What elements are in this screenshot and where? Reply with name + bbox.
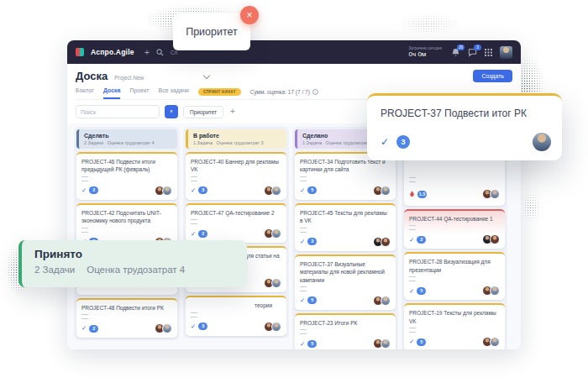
assignee-avatars	[485, 286, 500, 296]
tab-Проект[interactable]: Проект	[129, 87, 149, 99]
assignee-avatars	[485, 189, 500, 199]
estimate-badge: 2	[89, 325, 98, 333]
task-card[interactable]: PROJECT-48 Подвести итоги РК ✓ 2	[76, 298, 177, 338]
board-column: В работе 1 Задача Оценка трудозатрат 3 P…	[183, 127, 289, 338]
close-icon[interactable]: ×	[240, 6, 259, 24]
priority-filter-chip[interactable]: Приоритет	[183, 106, 223, 118]
estimate-badge: 2	[417, 236, 426, 244]
assignee-avatars	[266, 186, 281, 196]
assignee-avatar	[533, 133, 551, 151]
estimate-badge: 5	[417, 338, 426, 346]
column-header: Сделать 2 Задачи Оценка трудозатрат 4	[76, 129, 177, 149]
assignee-avatars	[375, 296, 391, 306]
task-card[interactable]: PROJECT-19 Тексты для рекламы VK ✓ 5	[404, 303, 505, 349]
avatar	[490, 286, 500, 296]
bell-badge: 26	[457, 45, 465, 50]
task-title: теории	[191, 302, 281, 309]
task-title: PROJECT-45 Тексты для рекламы в VK	[300, 209, 391, 225]
task-card[interactable]: PROJECT-47 QA-тестирование 2 ✓ 2	[186, 203, 286, 243]
estimate-badge: 3	[198, 186, 207, 194]
description-icon	[191, 312, 197, 317]
assignee-avatars	[375, 338, 391, 349]
accepted-column-callout: Принято 2 Задачи Оценка трудозатрат 4	[18, 240, 247, 287]
search-icon[interactable]	[156, 49, 164, 56]
estimate-badge: 2	[89, 186, 98, 194]
done-check-icon: ✓	[300, 239, 305, 245]
tabs: БэклогДоскаПроектВсе задачи	[76, 87, 189, 99]
assignee-avatars	[375, 237, 391, 247]
estimate-summary: Сумм. оценка: 17 (7 / 7) i	[250, 89, 318, 95]
task-title: PROJECT-46 Подвести итоги предыдущей РК …	[81, 158, 172, 174]
task-card-popup[interactable]: PROJECT-37 Подвести итог РК ✓ 3	[367, 93, 562, 160]
add-filter-icon[interactable]: +	[230, 108, 235, 116]
estimate-badge: 5	[307, 296, 317, 304]
description-icon	[81, 314, 88, 319]
done-check-icon: ✓	[300, 187, 305, 194]
search-input[interactable]	[76, 105, 160, 118]
chat-icon[interactable]: 3	[468, 48, 477, 57]
done-check-icon: ✓	[191, 187, 196, 194]
tab-Все задачи[interactable]: Все задачи	[159, 87, 190, 99]
done-check-icon: ✓	[409, 288, 414, 295]
filter-button[interactable]	[165, 105, 178, 118]
info-icon[interactable]: i	[312, 89, 318, 95]
done-check-icon: ✓	[409, 338, 414, 345]
task-card[interactable]: теории ✓ 3	[186, 296, 286, 335]
task-title: PROJECT-40 Баннер для рекламы VK	[191, 158, 281, 174]
done-check-icon: ✓	[81, 187, 87, 194]
decor-blob	[517, 186, 545, 228]
task-card[interactable]: PROJECT-37 Визуальные материалы для ново…	[295, 254, 396, 310]
task-title: PROJECT-42 Подсчитать UNIT-экономику нов…	[81, 209, 172, 225]
task-card[interactable]: PROJECT-40 Баннер для рекламы VK ✓ 3	[186, 152, 286, 200]
chat-badge: 3	[474, 45, 481, 50]
decor-blob	[382, 10, 475, 39]
avatar	[271, 278, 281, 288]
avatar	[490, 234, 500, 244]
assignee-avatars	[485, 234, 500, 244]
assignee-avatars	[266, 322, 281, 332]
create-button[interactable]: Создать	[473, 70, 512, 82]
avatar	[490, 337, 500, 347]
estimate-badge: 5	[307, 186, 317, 194]
tab-Доска[interactable]: Доска	[103, 87, 121, 99]
user-avatar[interactable]	[500, 46, 512, 59]
column-name: В работе	[193, 133, 281, 139]
avatar	[381, 186, 391, 196]
page-title: Доска	[76, 70, 108, 82]
task-title: PROJECT-37 Визуальные материалы для ново…	[300, 260, 391, 284]
avatar	[271, 186, 281, 196]
task-card[interactable]: PROJECT-45 Тексты для рекламы в VK ✓ 3	[295, 203, 396, 251]
description-icon	[191, 176, 197, 181]
brand-logo-icon	[76, 48, 84, 56]
estimate-summary-text: Сумм. оценка: 17 (7 / 7)	[250, 89, 310, 95]
task-title: PROJECT-48 Подвести итоги РК	[81, 304, 172, 312]
task-card[interactable]: PROJECT-46 Подвести итоги предыдущей РК …	[76, 152, 177, 200]
top-navbar: Аспро.Agile + Сп Затрачено сегодня 0ч 0м…	[67, 40, 521, 64]
card-list: PROJECT-34 Подготовить текст и картинки …	[295, 152, 396, 349]
task-title: PROJECT-28 Визуализация для презентации	[409, 258, 500, 274]
column-header: В работе 1 Задача Оценка трудозатрат 3	[186, 129, 286, 149]
task-title: PROJECT-23 Итоги РК	[300, 319, 391, 327]
done-check-icon: ✓	[191, 323, 196, 330]
priority-tooltip: Приоритет ×	[173, 13, 250, 50]
add-icon[interactable]: +	[144, 48, 150, 57]
description-icon	[409, 177, 416, 182]
task-card[interactable]: PROJECT-44 QA-тестирование 1 ✓ 2	[404, 209, 505, 249]
estimate-badge: 3	[307, 238, 317, 245]
notifications-bell-icon[interactable]: 26	[451, 48, 460, 57]
chevron-down-icon[interactable]	[203, 72, 210, 79]
task-card[interactable]: PROJECT-23 Итоги РК ✓ 5	[295, 313, 396, 349]
description-icon	[81, 228, 88, 233]
accepted-title: Принято	[34, 248, 247, 260]
task-title	[409, 158, 500, 175]
avatar	[162, 186, 172, 196]
task-card[interactable]: PROJECT-28 Визуализация для презентации …	[404, 252, 505, 300]
column-meta: 1 Задача Оценка трудозатрат 3	[193, 140, 281, 145]
description-icon	[81, 176, 88, 181]
project-selector[interactable]: Project.New	[114, 75, 144, 81]
tab-Бэклог[interactable]: Бэклог	[76, 87, 94, 99]
description-icon	[300, 286, 307, 291]
description-icon	[300, 176, 307, 181]
task-title: PROJECT-19 Тексты для рекламы VK	[409, 309, 500, 325]
apps-grid-icon[interactable]	[485, 49, 492, 56]
